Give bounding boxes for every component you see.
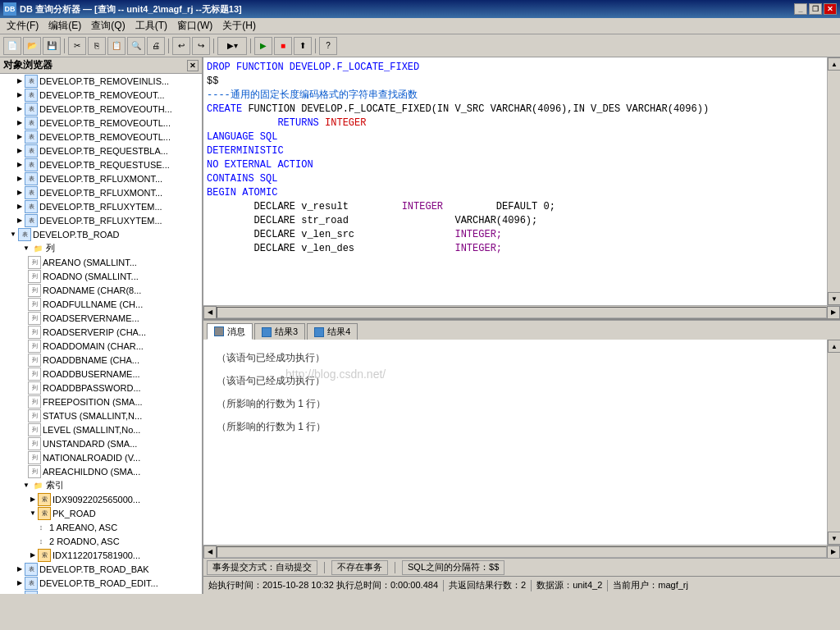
tree-item-28[interactable]: 列AREACHILDNO (SMA... [0, 464, 202, 478]
tree-item-33[interactable]: ↕2 ROADNO, ASC [0, 534, 202, 548]
table-icon: 表 [25, 103, 38, 116]
results-hscrollbar[interactable]: ◀ ▶ [203, 545, 840, 558]
tree-item-20[interactable]: 列ROADDBNAME (CHA... [0, 353, 202, 367]
index-icon: 索 [38, 493, 51, 506]
code-line-12: DECLARE v_len_src INTEGER; [207, 228, 824, 242]
tree-item-19[interactable]: 列ROADDOMAIN (CHAR... [0, 339, 202, 353]
tree-item-9[interactable]: ▶表DEVELOP.TB_RFLUXYTEM... [0, 199, 202, 213]
tree-item-26[interactable]: 列UNSTANDARD (SMA... [0, 436, 202, 450]
tree-item-30[interactable]: ▶索IDX9092202565000... [0, 492, 202, 506]
execution-time: 始执行时间：2015-10-28 10:32 执行总时间：0:00:00.484 [208, 579, 438, 591]
tree-item-37[interactable]: ▶表DEVELOP.TB_ROAD_TOARE... [0, 590, 202, 594]
tree-label: AREACHILDNO (SMA... [43, 467, 140, 477]
redo-button[interactable]: ↪ [192, 37, 210, 55]
tree-item-25[interactable]: 列LEVEL (SMALLINT,No... [0, 422, 202, 436]
tree-item-31[interactable]: ▼索PK_ROAD [0, 506, 202, 520]
tree-item-1[interactable]: ▶表DEVELOP.TB_REMOVEOUT... [0, 88, 202, 102]
code-hscrollbar[interactable]: ◀ ▶ [203, 305, 840, 318]
tree-item-36[interactable]: ▶表DEVELOP.TB_ROAD_EDIT... [0, 576, 202, 590]
field-icon: 列 [28, 340, 41, 353]
print-button[interactable]: 🖨 [147, 37, 165, 55]
tree-item-29[interactable]: ▼📁索引 [0, 478, 202, 492]
tree-item-5[interactable]: ▶表DEVELOP.TB_REQUESTBLA... [0, 144, 202, 158]
tree-label: 2 ROADNO, ASC [49, 536, 120, 546]
results-scroll-left[interactable]: ◀ [203, 546, 217, 559]
tree-item-24[interactable]: 列STATUS (SMALLINT,N... [0, 409, 202, 422]
results-scroll-up[interactable]: ▲ [828, 340, 840, 353]
export-button[interactable]: ⬆ [294, 37, 312, 55]
tree-item-13[interactable]: 列AREANO (SMALLINT... [0, 255, 202, 269]
menu-window[interactable]: 窗口(W) [172, 18, 217, 34]
tree-item-35[interactable]: ▶表DEVELOP.TB_ROAD_BAK [0, 562, 202, 576]
menu-edit[interactable]: 编辑(E) [43, 18, 86, 34]
tab-results4[interactable]: 结果4 [307, 323, 358, 340]
transaction-mode: 事务提交方式：自动提交 [207, 560, 317, 575]
tree-item-32[interactable]: ↕1 AREANO, ASC [0, 520, 202, 534]
tree-item-11[interactable]: ▼表DEVELOP.TB_ROAD [0, 227, 202, 241]
cut-button[interactable]: ✂ [68, 37, 86, 55]
stop-button[interactable]: ■ [274, 37, 292, 55]
code-line-5: LANGUAGE SQL [207, 130, 824, 144]
tree-item-21[interactable]: 列ROADDBUSERNAME... [0, 367, 202, 381]
paste-button[interactable]: 📋 [107, 37, 126, 55]
code-scroll-right[interactable]: ▶ [827, 306, 840, 319]
copy-button[interactable]: ⎘ [88, 37, 106, 55]
tree-item-22[interactable]: 列ROADDBPASSWORD... [0, 381, 202, 395]
tree-item-3[interactable]: ▶表DEVELOP.TB_REMOVEOUTL... [0, 116, 202, 130]
restore-button[interactable]: ❐ [809, 3, 822, 15]
expand-icon: ▶ [28, 495, 38, 504]
results-scroll-track[interactable] [828, 353, 840, 532]
tree-label: DEVELOP.TB_REMOVEOUTH... [39, 104, 172, 114]
tree-item-17[interactable]: 列ROADSERVERNAME... [0, 311, 202, 325]
menu-about[interactable]: 关于(H) [217, 18, 261, 34]
code-vscrollbar[interactable]: ▲ ▼ [827, 57, 840, 305]
help-button[interactable]: ? [319, 37, 337, 55]
code-scroll-left[interactable]: ◀ [203, 306, 217, 319]
tree-item-8[interactable]: ▶表DEVELOP.TB_RFLUXMONT... [0, 185, 202, 199]
tree-item-6[interactable]: ▶表DEVELOP.TB_REQUESTUSE... [0, 158, 202, 171]
find-button[interactable]: 🔍 [127, 37, 145, 55]
tree-item-27[interactable]: 列NATIONALROADID (V... [0, 450, 202, 464]
tree-item-0[interactable]: ▶表DEVELOP.TB_REMOVEINLIS... [0, 74, 202, 88]
tab-results3[interactable]: 结果3 [254, 323, 305, 340]
tree-item-15[interactable]: 列ROADNAME (CHAR(8... [0, 283, 202, 297]
undo-button[interactable]: ↩ [172, 37, 190, 55]
index-icon: 索 [38, 549, 51, 562]
menu-tools[interactable]: 工具(T) [130, 18, 172, 34]
code-scroll-up[interactable]: ▲ [828, 57, 840, 71]
tree-item-18[interactable]: 列ROADSERVERIP (CHA... [0, 325, 202, 339]
code-line-6: DETERMINISTIC [207, 144, 824, 158]
save-button[interactable]: 💾 [43, 37, 61, 55]
minimize-button[interactable]: _ [794, 3, 807, 15]
sidebar-close-button[interactable]: ✕ [187, 60, 199, 71]
new-button[interactable]: 📄 [3, 37, 21, 55]
tree-item-7[interactable]: ▶表DEVELOP.TB_RFLUXMONT... [0, 171, 202, 185]
run-button[interactable]: ▶ [254, 37, 272, 55]
code-editor[interactable]: DROP FUNCTION DEVELOP.F_LOCATE_FIXED$$--… [203, 57, 827, 305]
menu-file[interactable]: 文件(F) [2, 18, 43, 34]
menu-bar: 文件(F) 编辑(E) 查询(Q) 工具(T) 窗口(W) 关于(H) [0, 18, 840, 34]
open-button[interactable]: 📂 [23, 37, 41, 55]
results-scroll-down[interactable]: ▼ [828, 532, 840, 545]
tree-item-4[interactable]: ▶表DEVELOP.TB_REMOVEOUTL... [0, 130, 202, 144]
tree-item-10[interactable]: ▶表DEVELOP.TB_RFLUXYTEM... [0, 213, 202, 227]
execute-dropdown[interactable]: ▶▾ [217, 37, 247, 55]
tree-item-16[interactable]: 列ROADFULLNAME (CH... [0, 297, 202, 311]
results-vscrollbar[interactable]: ▲ ▼ [827, 340, 840, 545]
expand-icon: ▶ [15, 592, 25, 595]
tree-item-12[interactable]: ▼📁列 [0, 241, 202, 255]
tree-item-34[interactable]: ▶索IDX1122017581900... [0, 548, 202, 562]
close-button[interactable]: ✕ [824, 3, 837, 15]
table-icon: 表 [25, 158, 38, 171]
tree-item-23[interactable]: 列FREEPOSITION (SMA... [0, 395, 202, 409]
sidebar-tree[interactable]: ▶表DEVELOP.TB_REMOVEINLIS...▶表DEVELOP.TB_… [0, 74, 202, 594]
tab-messages[interactable]: 消息 [207, 323, 253, 340]
tree-item-2[interactable]: ▶表DEVELOP.TB_REMOVEOUTH... [0, 102, 202, 116]
menu-query[interactable]: 查询(Q) [86, 18, 130, 34]
tree-item-14[interactable]: 列ROADNO (SMALLINT... [0, 269, 202, 283]
code-scroll-down[interactable]: ▼ [828, 292, 840, 305]
results-htrack [217, 546, 827, 558]
results-scroll-right[interactable]: ▶ [827, 546, 840, 559]
field-icon: 列 [28, 270, 41, 283]
code-scroll-track[interactable] [828, 71, 840, 292]
